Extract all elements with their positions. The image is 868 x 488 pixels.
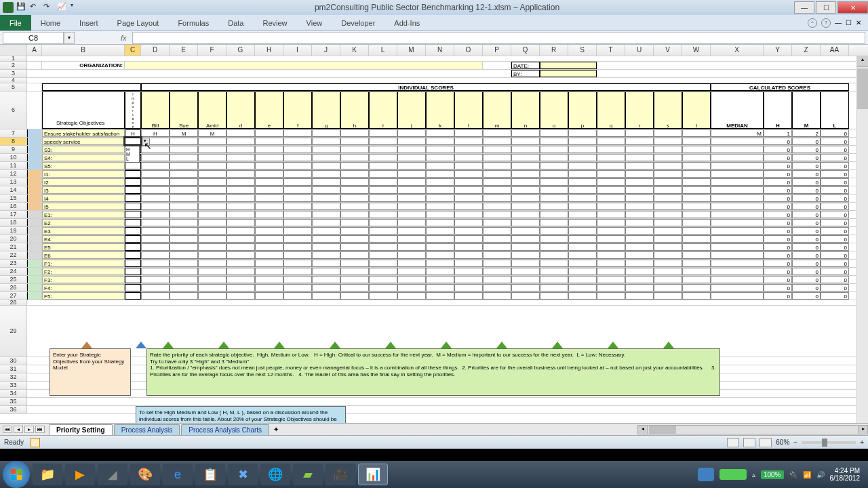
col-header-B[interactable]: B [42, 45, 125, 56]
col-header-K[interactable]: K [340, 45, 369, 56]
row-header-20[interactable]: 20 [0, 235, 27, 243]
col-header-I[interactable]: I [283, 45, 312, 56]
row-header-11[interactable]: 11 [0, 162, 27, 170]
col-header-T[interactable]: T [597, 45, 625, 56]
scroll-left-button[interactable]: ◂ [638, 426, 648, 434]
col-header-N[interactable]: N [426, 45, 454, 56]
taskbar-media[interactable]: ▶ [65, 464, 95, 485]
hscroll-thumb[interactable] [649, 426, 676, 434]
horizontal-scrollbar[interactable]: ◂ ▸ [637, 425, 868, 434]
taskbar-notes[interactable]: 📋 [195, 464, 225, 485]
scorer-d[interactable]: d [226, 92, 255, 129]
col-header-O[interactable]: O [454, 45, 483, 56]
tab-home[interactable]: Home [31, 16, 70, 30]
col-header-M[interactable]: M [397, 45, 426, 56]
row-header-1[interactable]: 1 [0, 56, 27, 62]
objective-label[interactable]: E1: [42, 211, 125, 218]
scroll-right-button[interactable]: ▸ [858, 426, 867, 434]
scroll-up-button[interactable]: ▴ [857, 56, 868, 67]
objective-label[interactable]: I1: [42, 170, 125, 178]
by-label[interactable]: BY: [511, 70, 540, 77]
select-all-corner[interactable] [0, 45, 27, 56]
formula-input[interactable] [132, 32, 865, 44]
taskbar-chrome[interactable]: 🌐 [260, 464, 290, 485]
objective-label[interactable]: F1: [42, 260, 125, 267]
calc-col-M[interactable]: M [792, 92, 821, 129]
row-header-24[interactable]: 24 [0, 268, 27, 276]
col-header-V[interactable]: V [654, 45, 682, 56]
taskbar-app-green[interactable]: ▰ [293, 464, 323, 485]
row-header-5[interactable]: 5 [0, 83, 27, 92]
tray-power-icon[interactable]: 🔌 [789, 471, 797, 479]
tab-review[interactable]: Review [253, 16, 296, 30]
row-header-26[interactable]: 26 [0, 284, 27, 292]
col-header-R[interactable]: R [540, 45, 568, 56]
tray-network-icon[interactable]: 📶 [803, 471, 811, 479]
objective-label[interactable]: Ensure stakeholder satisfaction [42, 129, 125, 137]
row-header-8[interactable]: 8 [0, 138, 27, 146]
tab-prev-button[interactable]: ◂ [14, 426, 23, 433]
scorer-f[interactable]: f [283, 92, 312, 129]
taskbar-camtasia[interactable]: 🎥 [326, 464, 355, 485]
calc-col-MEDIAN[interactable]: MEDIAN [711, 92, 764, 129]
col-header-H[interactable]: H [255, 45, 283, 56]
row-header-6[interactable]: 6 [0, 92, 27, 129]
taskbar-explorer[interactable]: 📁 [33, 464, 62, 485]
help-icon[interactable]: ? [821, 18, 831, 28]
row-header-29[interactable]: 29 [0, 306, 27, 357]
scorer-j[interactable]: j [397, 92, 426, 129]
name-box-dropdown[interactable]: ▾ [64, 32, 75, 44]
organization-input[interactable] [125, 62, 483, 69]
col-header-U[interactable]: U [625, 45, 654, 56]
taskbar-app-blue[interactable]: ✖ [228, 464, 258, 485]
date-label[interactable]: DATE: [511, 62, 540, 69]
scorer-n[interactable]: n [511, 92, 540, 129]
calc-col-L[interactable]: L [821, 92, 849, 129]
scorer-o[interactable]: o [540, 92, 568, 129]
objective-label[interactable]: E4 [42, 235, 125, 243]
zoom-level[interactable]: 60% [776, 439, 789, 446]
row-header-7[interactable]: 7 [0, 129, 27, 138]
row-header-12[interactable]: 12 [0, 170, 27, 178]
validation-list[interactable]: H M L [125, 146, 140, 163]
objective-label[interactable]: S4: [42, 154, 125, 161]
col-header-C[interactable]: C [125, 45, 141, 56]
scorer-Amid[interactable]: Amid [198, 92, 226, 129]
objective-label[interactable]: S3: [42, 146, 125, 153]
tab-addins[interactable]: Add-Ins [384, 16, 429, 30]
objective-label[interactable]: E3 [42, 227, 125, 235]
qat-dropdown-icon[interactable]: ▾ [71, 2, 81, 13]
view-pagebreak-button[interactable] [760, 438, 772, 447]
undo-icon[interactable]: ↶ [30, 2, 41, 13]
objective-label[interactable]: I2 [42, 178, 125, 186]
col-header-F[interactable]: F [198, 45, 226, 56]
organization-label[interactable]: ORGANIZATION: [42, 62, 125, 69]
row-header-16[interactable]: 16 [0, 203, 27, 211]
col-header-Y[interactable]: Y [764, 45, 792, 56]
selected-cell[interactable] [125, 138, 141, 145]
col-header-J[interactable]: J [312, 45, 340, 56]
row-header-13[interactable]: 13 [0, 178, 27, 186]
scorer-g[interactable]: g [312, 92, 340, 129]
objective-label[interactable]: I3 [42, 186, 125, 194]
objective-label[interactable]: F3: [42, 276, 125, 283]
row-header-23[interactable]: 23 [0, 260, 27, 268]
taskbar-picasa[interactable]: 🎨 [130, 464, 160, 485]
col-header-E[interactable]: E [170, 45, 198, 56]
row-header-21[interactable]: 21 [0, 243, 27, 251]
row-header-32[interactable]: 32 [0, 373, 27, 382]
date-input[interactable] [540, 62, 597, 69]
scorer-q[interactable]: q [597, 92, 625, 129]
row-header-9[interactable]: 9 [0, 146, 27, 154]
importance-header[interactable]: I m p o r t a n c e [125, 92, 141, 129]
scorer-p[interactable]: p [568, 92, 597, 129]
objective-label[interactable]: I5 [42, 203, 125, 210]
row-header-10[interactable]: 10 [0, 154, 27, 162]
redo-icon[interactable]: ↷ [43, 2, 54, 13]
objective-label[interactable]: S5: [42, 162, 125, 169]
individual-scores-header[interactable]: INDIVIDUAL SCORES [141, 83, 711, 91]
minimize-ribbon-icon[interactable]: ^ [808, 18, 817, 28]
tray-battery-icon[interactable] [719, 469, 747, 480]
view-normal-button[interactable] [727, 438, 739, 447]
file-tab[interactable]: File [0, 15, 31, 30]
